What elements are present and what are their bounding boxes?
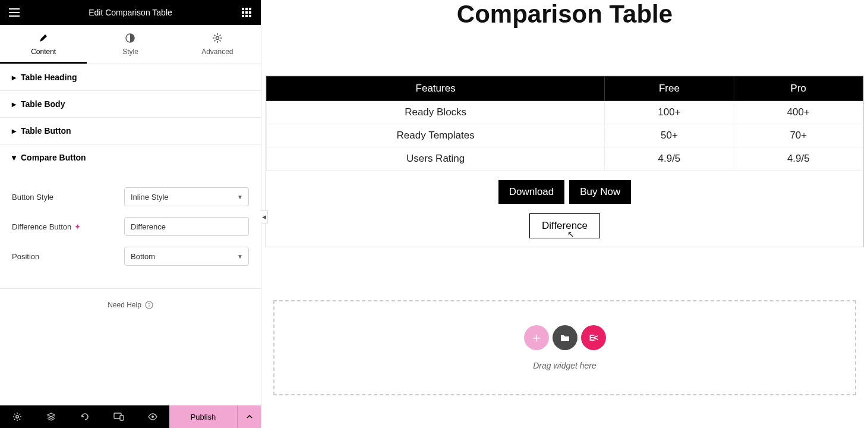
section-table-body[interactable]: ▸ Table Body (0, 91, 261, 117)
settings-icon[interactable] (0, 405, 34, 428)
add-section-button[interactable]: ＋ (524, 325, 549, 350)
svg-rect-3 (242, 11, 244, 14)
position-label: Position (12, 252, 39, 261)
section-label: Compare Button (21, 153, 86, 162)
history-icon[interactable] (68, 405, 102, 428)
difference-button-input[interactable] (124, 217, 249, 236)
comparison-table-widget[interactable]: Features Free Pro Ready Blocks 100+ 400+… (266, 76, 863, 247)
difference-button-label: Difference Button ✦ (12, 222, 81, 231)
position-select[interactable]: Bottom (124, 247, 249, 266)
table-header: Pro (734, 77, 863, 101)
table-header: Features (267, 77, 605, 101)
svg-rect-6 (242, 15, 244, 17)
table-header: Free (605, 77, 734, 101)
section-table-heading[interactable]: ▸ Table Heading (0, 64, 261, 90)
chevron-right-icon: ▸ (12, 99, 16, 109)
svg-point-16 (151, 416, 154, 418)
templates-button[interactable] (553, 325, 577, 350)
publish-button[interactable]: Publish (169, 405, 237, 428)
publish-options-button[interactable] (237, 405, 261, 428)
difference-button[interactable]: Difference ↖ (529, 213, 600, 238)
ai-sparkle-icon[interactable]: ✦ (74, 222, 81, 231)
download-button[interactable]: Download (498, 180, 565, 204)
dropzone-label: Drag widget here (533, 361, 596, 370)
pencil-icon (39, 33, 48, 43)
svg-rect-7 (245, 15, 248, 17)
button-style-select[interactable]: Inline Style (124, 187, 249, 206)
tab-content[interactable]: Content (0, 25, 87, 64)
menu-icon[interactable] (7, 5, 21, 20)
section-label: Table Button (21, 126, 71, 136)
tab-label: Advanced (201, 48, 233, 56)
svg-rect-0 (242, 8, 244, 10)
tab-label: Content (31, 48, 56, 56)
widget-dropzone[interactable]: ＋ E< Drag widget here (273, 300, 856, 395)
table-row: Users Rating 4.9/5 4.9/5 (267, 147, 863, 171)
apps-icon[interactable] (239, 5, 254, 20)
chevron-right-icon: ▸ (12, 73, 16, 82)
panel-header: Edit Comparison Table (0, 0, 261, 25)
svg-point-10 (216, 37, 219, 40)
tab-style[interactable]: Style (87, 25, 173, 64)
section-compare-button[interactable]: ▾ Compare Button (0, 144, 261, 171)
need-help-link[interactable]: Need Help ? (0, 289, 261, 321)
svg-rect-1 (245, 8, 248, 10)
preview-icon[interactable] (135, 405, 169, 428)
contrast-icon (125, 33, 135, 43)
buy-now-button[interactable]: Buy Now (569, 180, 631, 204)
navigator-icon[interactable] (34, 405, 68, 428)
tab-advanced[interactable]: Advanced (174, 25, 261, 64)
help-icon: ? (145, 301, 153, 309)
svg-rect-4 (245, 11, 248, 14)
responsive-icon[interactable] (102, 405, 135, 428)
chevron-up-icon (247, 415, 252, 418)
table-row: Ready Blocks 100+ 400+ (267, 101, 863, 124)
collapse-sidebar-handle[interactable]: ◀ (261, 210, 268, 224)
gear-icon (213, 33, 222, 43)
cursor-icon: ↖ (567, 229, 575, 239)
tab-label: Style (122, 48, 138, 56)
section-label: Table Heading (21, 73, 77, 82)
button-style-label: Button Style (12, 193, 53, 202)
elementskit-button[interactable]: E< (581, 325, 606, 350)
panel-title: Edit Comparison Table (21, 8, 239, 17)
section-table-button[interactable]: ▸ Table Button (0, 118, 261, 144)
svg-text:?: ? (147, 302, 150, 308)
chevron-down-icon: ▾ (12, 153, 16, 162)
svg-rect-5 (249, 11, 251, 14)
svg-rect-8 (249, 15, 251, 17)
editor-tabs: Content Style Advanced (0, 25, 261, 64)
chevron-right-icon: ▸ (12, 126, 16, 136)
table-row: Ready Templates 50+ 70+ (267, 124, 863, 147)
svg-rect-15 (120, 416, 124, 420)
panel-footer: Publish (0, 405, 261, 428)
page-title: Comparison Table (261, 0, 868, 29)
section-label: Table Body (21, 99, 65, 109)
svg-point-13 (15, 416, 18, 418)
svg-rect-2 (249, 8, 251, 10)
